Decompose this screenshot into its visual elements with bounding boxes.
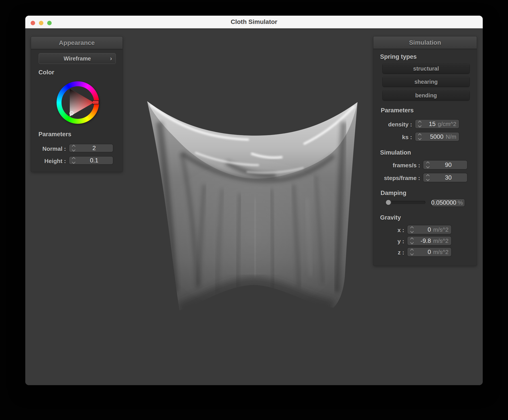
spring-structural-label: structural [413, 65, 439, 72]
steps-stepper[interactable]: 30 [423, 173, 467, 182]
chevron-up-icon[interactable] [410, 249, 414, 252]
appearance-parameters-label: Parameters [38, 131, 71, 138]
stepper-arrows[interactable] [72, 145, 75, 151]
chevron-down-icon[interactable] [72, 160, 75, 164]
gravity-y-unit: m/s^2 [433, 238, 451, 244]
spring-shearing-label: shearing [414, 79, 438, 85]
density-stepper[interactable]: 15 g/cm^2 [415, 120, 459, 128]
density-unit: g/cm^2 [438, 121, 459, 128]
gravity-z-unit: m/s^2 [433, 249, 451, 256]
app-window: Cloth Simulator [25, 16, 483, 385]
chevron-up-icon[interactable] [72, 145, 75, 148]
chevron-right-icon: › [110, 53, 112, 64]
chevron-up-icon[interactable] [72, 157, 75, 161]
stepper-arrows[interactable] [418, 134, 421, 140]
density-label: density : [388, 121, 412, 128]
steps-value: 30 [430, 174, 467, 181]
chevron-down-icon[interactable] [410, 241, 414, 244]
chevron-up-icon[interactable] [426, 174, 430, 178]
color-wheel[interactable] [57, 81, 99, 124]
gravity-z-label: z : [398, 249, 404, 256]
simulation-header: Simulation [374, 36, 477, 49]
chevron-down-icon[interactable] [72, 148, 75, 152]
title-bar[interactable]: Cloth Simulator [25, 16, 483, 28]
chevron-down-icon[interactable] [418, 137, 422, 140]
stepper-arrows[interactable] [427, 175, 430, 181]
ks-unit: N/m [446, 133, 459, 140]
frames-stepper[interactable]: 90 [423, 161, 467, 169]
height-stepper[interactable]: 0.1 [69, 157, 113, 164]
normal-stepper[interactable]: 2 [69, 144, 113, 152]
window-title: Cloth Simulator [25, 16, 483, 28]
stepper-arrows[interactable] [411, 249, 414, 255]
normal-label: Normal : [43, 145, 66, 152]
stepper-arrows[interactable] [72, 158, 75, 163]
gravity-y-label: y : [397, 238, 404, 245]
damping-slider-track[interactable] [386, 201, 426, 204]
gravity-y-value: -9.8 [414, 238, 431, 244]
ks-label: ks : [402, 134, 412, 141]
stepper-arrows[interactable] [411, 238, 414, 244]
ks-stepper[interactable]: 5000 N/m [415, 132, 459, 141]
chevron-down-icon[interactable] [410, 252, 414, 256]
simulation-sub-label: Simulation [380, 149, 411, 156]
gravity-x-value: 0 [414, 226, 431, 233]
damping-value-box[interactable]: 0.050000 % [432, 199, 465, 206]
chevron-up-icon[interactable] [410, 226, 414, 230]
chevron-down-icon[interactable] [410, 230, 414, 233]
spring-structural-button[interactable]: structural [382, 64, 470, 73]
gravity-y-stepper[interactable]: -9.8 m/s^2 [407, 237, 451, 245]
chevron-down-icon[interactable] [418, 124, 422, 128]
shader-select-label: Wireframe [63, 55, 91, 62]
chevron-up-icon[interactable] [418, 133, 422, 137]
frames-label: frames/s : [393, 162, 420, 169]
damping-slider-knob[interactable] [386, 200, 391, 205]
chevron-up-icon[interactable] [410, 238, 414, 241]
frames-value: 90 [430, 161, 467, 168]
simulation-panel: Simulation Spring types structural shear… [374, 36, 477, 266]
damping-label: Damping [381, 190, 406, 197]
shader-select-button[interactable]: Wireframe › [39, 53, 116, 64]
ks-value: 5000 [421, 133, 443, 140]
simulation-parameters-label: Parameters [381, 107, 414, 114]
normal-value: 2 [75, 145, 113, 152]
gravity-z-value: 0 [414, 249, 431, 256]
chevron-down-icon[interactable] [426, 165, 430, 168]
damping-value: 0.050000 [431, 199, 456, 206]
height-label: Height : [44, 158, 66, 165]
damping-unit: % [458, 199, 465, 206]
appearance-panel: Appearance Wireframe › Color [31, 37, 123, 172]
gravity-x-stepper[interactable]: 0 m/s^2 [407, 225, 451, 234]
gravity-x-unit: m/s^2 [433, 226, 451, 233]
spring-types-label: Spring types [380, 53, 417, 60]
chevron-up-icon[interactable] [426, 161, 430, 165]
spring-shearing-button[interactable]: shearing [382, 77, 470, 87]
sv-triangle[interactable] [57, 81, 99, 124]
content-area: Appearance Wireframe › Color [25, 28, 483, 385]
color-label: Color [38, 69, 54, 76]
gravity-x-label: x : [397, 227, 404, 234]
chevron-up-icon[interactable] [418, 121, 422, 124]
steps-label: steps/frame : [384, 175, 420, 182]
gravity-z-stepper[interactable]: 0 m/s^2 [407, 248, 451, 256]
density-value: 15 [421, 121, 436, 128]
stepper-arrows[interactable] [411, 227, 414, 232]
spring-bending-label: bending [415, 92, 437, 99]
stepper-arrows[interactable] [418, 121, 421, 127]
chevron-down-icon[interactable] [426, 178, 430, 181]
spring-bending-button[interactable]: bending [382, 90, 470, 100]
gravity-label: Gravity [380, 214, 401, 221]
stepper-arrows[interactable] [427, 162, 430, 168]
appearance-header: Appearance [31, 37, 123, 49]
height-value: 0.1 [75, 157, 113, 164]
